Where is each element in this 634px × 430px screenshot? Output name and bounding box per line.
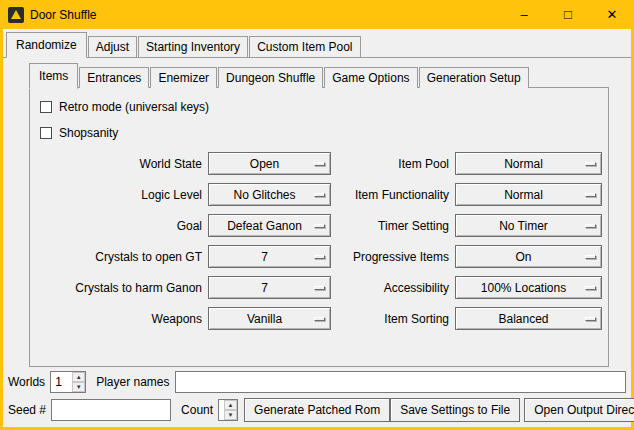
player-names-input[interactable]	[175, 371, 627, 393]
goal-value: Defeat Ganon	[227, 219, 312, 233]
spin-down-icon[interactable]: ▼	[224, 410, 237, 420]
world-state-dropdown[interactable]: Open	[208, 152, 331, 175]
item-sorting-label: Item Sorting	[337, 312, 449, 326]
worlds-spinner[interactable]: ▲ ▼	[50, 371, 86, 393]
tab-custom-item-pool[interactable]: Custom Item Pool	[249, 36, 360, 57]
tab-dungeon-shuffle[interactable]: Dungeon Shuffle	[218, 67, 323, 88]
item-functionality-label: Item Functionality	[337, 188, 449, 202]
spin-up-icon[interactable]: ▲	[224, 400, 237, 410]
app-icon	[8, 7, 24, 23]
world-state-label: World State	[34, 157, 202, 171]
dropdown-indicator-icon	[314, 255, 325, 259]
goal-label: Goal	[34, 219, 202, 233]
item-functionality-dropdown[interactable]: Normal	[455, 183, 602, 206]
weapons-label: Weapons	[34, 312, 202, 326]
item-functionality-value: Normal	[504, 188, 553, 202]
open-output-directory-button[interactable]: Open Output Directory	[524, 398, 634, 422]
minimize-button[interactable]: –	[502, 0, 546, 29]
save-settings-button[interactable]: Save Settings to File	[390, 398, 520, 422]
dropdown-indicator-icon	[585, 286, 596, 290]
worlds-label: Worlds	[8, 375, 45, 389]
dropdown-indicator-icon	[585, 317, 596, 321]
dropdown-indicator-icon	[314, 193, 325, 197]
progressive-items-label: Progressive Items	[337, 250, 449, 264]
maximize-button[interactable]: □	[546, 0, 590, 29]
worlds-row: Worlds ▲ ▼ Player names	[8, 371, 626, 393]
items-panel: Retro mode (universal keys) Shopsanity W…	[29, 87, 609, 367]
bottom-bar: Worlds ▲ ▼ Player names Seed # Count	[8, 366, 626, 422]
window-title: Door Shuffle	[30, 8, 97, 22]
dropdown-indicator-icon	[314, 286, 325, 290]
seed-label: Seed #	[8, 403, 46, 417]
dropdown-indicator-icon	[585, 193, 596, 197]
tab-game-options[interactable]: Game Options	[324, 67, 417, 88]
progressive-items-value: On	[515, 250, 541, 264]
tab-entrances[interactable]: Entrances	[79, 67, 149, 88]
player-names-label: Player names	[96, 375, 169, 389]
count-spinner[interactable]: ▲ ▼	[218, 399, 238, 421]
progressive-items-dropdown[interactable]: On	[455, 245, 602, 268]
retro-mode-label: Retro mode (universal keys)	[59, 100, 209, 114]
window-content: Randomize Adjust Starting Inventory Cust…	[3, 29, 631, 427]
count-label: Count	[181, 403, 213, 417]
weapons-dropdown[interactable]: Vanilla	[208, 307, 331, 330]
timer-setting-label: Timer Setting	[337, 219, 449, 233]
dropdown-indicator-icon	[314, 224, 325, 228]
app-window: Door Shuffle – □ ✕ Randomize Adjust Star…	[0, 0, 634, 430]
item-pool-value: Normal	[504, 157, 553, 171]
retro-mode-row[interactable]: Retro mode (universal keys)	[40, 98, 606, 116]
spin-up-icon[interactable]: ▲	[72, 372, 85, 382]
dropdown-indicator-icon	[314, 317, 325, 321]
spin-down-icon[interactable]: ▼	[72, 382, 85, 392]
dropdown-indicator-icon	[585, 255, 596, 259]
goal-dropdown[interactable]: Defeat Ganon	[208, 214, 331, 237]
crystals-harm-ganon-dropdown[interactable]: 7	[208, 276, 331, 299]
tab-randomize[interactable]: Randomize	[6, 32, 87, 58]
timer-setting-value: No Timer	[499, 219, 558, 233]
crystals-harm-ganon-label: Crystals to harm Ganon	[34, 281, 202, 295]
logic-level-dropdown[interactable]: No Glitches	[208, 183, 331, 206]
item-pool-dropdown[interactable]: Normal	[455, 152, 602, 175]
accessibility-dropdown[interactable]: 100% Locations	[455, 276, 602, 299]
logic-level-label: Logic Level	[34, 188, 202, 202]
shopsanity-row[interactable]: Shopsanity	[40, 124, 606, 142]
window-controls: – □ ✕	[502, 0, 634, 29]
item-sorting-dropdown[interactable]: Balanced	[455, 307, 602, 330]
count-spinner-arrows: ▲ ▼	[224, 400, 237, 420]
seed-row: Seed # Count ▲ ▼ Generate Patched Rom Sa…	[8, 398, 626, 422]
seed-input[interactable]	[51, 399, 171, 421]
item-pool-label: Item Pool	[337, 157, 449, 171]
titlebar[interactable]: Door Shuffle – □ ✕	[0, 0, 634, 29]
generate-patched-rom-button[interactable]: Generate Patched Rom	[244, 398, 390, 422]
crystals-open-gt-dropdown[interactable]: 7	[208, 245, 331, 268]
dropdown-indicator-icon	[585, 224, 596, 228]
crystals-open-gt-value: 7	[261, 250, 278, 264]
shopsanity-label: Shopsanity	[59, 126, 118, 140]
tab-generation-setup[interactable]: Generation Setup	[419, 67, 529, 88]
settings-grid: World State Open Item Pool Normal Logic …	[34, 152, 606, 330]
crystals-harm-ganon-value: 7	[261, 281, 278, 295]
accessibility-label: Accessibility	[337, 281, 449, 295]
shopsanity-checkbox[interactable]	[40, 127, 52, 139]
item-sorting-value: Balanced	[498, 312, 558, 326]
sub-tab-bar: Items Entrances Enemizer Dungeon Shuffle…	[29, 63, 609, 88]
accessibility-value: 100% Locations	[481, 281, 576, 295]
tab-items[interactable]: Items	[29, 63, 78, 89]
world-state-value: Open	[250, 157, 289, 171]
logic-level-value: No Glitches	[233, 188, 305, 202]
randomize-panel: Items Entrances Enemizer Dungeon Shuffle…	[29, 63, 609, 367]
dropdown-indicator-icon	[314, 162, 325, 166]
timer-setting-dropdown[interactable]: No Timer	[455, 214, 602, 237]
worlds-spinner-arrows: ▲ ▼	[72, 372, 85, 392]
retro-mode-checkbox[interactable]	[40, 101, 52, 113]
crystals-open-gt-label: Crystals to open GT	[34, 250, 202, 264]
dropdown-indicator-icon	[585, 162, 596, 166]
close-button[interactable]: ✕	[590, 0, 634, 29]
tab-starting-inventory[interactable]: Starting Inventory	[138, 36, 248, 57]
weapons-value: Vanilla	[247, 312, 292, 326]
tab-adjust[interactable]: Adjust	[88, 36, 137, 57]
main-tab-bar: Randomize Adjust Starting Inventory Cust…	[3, 29, 631, 58]
tab-enemizer[interactable]: Enemizer	[150, 67, 217, 88]
